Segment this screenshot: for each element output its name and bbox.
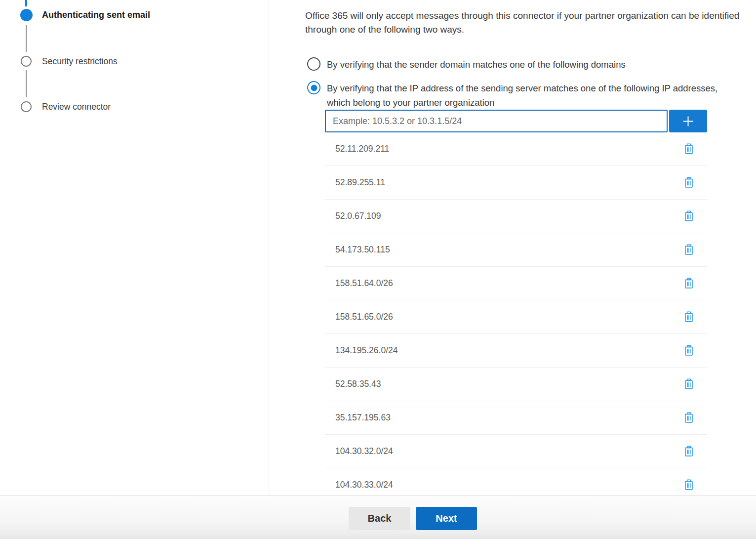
trash-icon (684, 378, 694, 390)
step-dot-active (20, 9, 33, 21)
trash-icon (684, 278, 694, 289)
ip-value: 104.30.33.0/24 (325, 480, 683, 490)
delete-ip-button[interactable] (683, 243, 695, 256)
ip-value: 52.11.209.211 (325, 144, 683, 154)
ip-list: 52.11.209.211 52.89.255.11 (325, 132, 707, 495)
delete-ip-button[interactable] (683, 209, 695, 223)
ip-value: 158.51.64.0/26 (325, 278, 683, 289)
stepper-connector (26, 25, 27, 52)
ip-value: 52.89.255.11 (325, 177, 683, 188)
delete-ip-button[interactable] (683, 176, 695, 189)
ip-value: 134.195.26.0/24 (325, 345, 683, 356)
step-dot-upcoming (21, 101, 32, 112)
stepper-item-review-connector[interactable]: Review connector (42, 102, 111, 112)
ip-list-row: 158.51.64.0/26 (325, 267, 707, 300)
stepper-connector-completed (25, 0, 27, 6)
ip-list-row: 52.89.255.11 (325, 166, 707, 200)
ip-list-row: 104.30.33.0/24 (325, 468, 707, 495)
intro-text: Office 365 will only accept messages thr… (305, 9, 752, 37)
delete-ip-button[interactable] (683, 277, 695, 290)
ip-list-row: 52.11.209.211 (325, 132, 707, 166)
ip-address-input[interactable] (325, 110, 668, 132)
radio-option-ip-address[interactable]: By verifying that the IP address of the … (307, 81, 728, 110)
delete-ip-button[interactable] (683, 445, 695, 458)
radio-unchecked-icon[interactable] (307, 57, 320, 71)
ip-value: 54.173.50.115 (325, 245, 683, 255)
ip-list-row: 158.51.65.0/26 (325, 300, 707, 334)
trash-icon (684, 345, 694, 356)
trash-icon (684, 446, 694, 457)
trash-icon (684, 244, 694, 255)
wizard-footer: Back Next (0, 495, 756, 539)
ip-add-row (325, 110, 707, 132)
back-button[interactable]: Back (349, 507, 410, 530)
delete-ip-button[interactable] (683, 142, 695, 156)
delete-ip-button[interactable] (683, 478, 695, 492)
delete-ip-button[interactable] (683, 310, 695, 324)
ip-value: 158.51.65.0/26 (325, 312, 683, 322)
ip-value: 52.0.67.109 (325, 211, 683, 221)
delete-ip-button[interactable] (683, 344, 695, 357)
radio-checked-icon[interactable] (307, 81, 320, 94)
delete-ip-button[interactable] (683, 411, 695, 424)
plus-icon (681, 115, 695, 128)
ip-value: 104.30.32.0/24 (325, 446, 683, 456)
ip-list-row: 35.157.195.63 (325, 401, 707, 435)
ip-list-row: 54.173.50.115 (325, 233, 707, 267)
step-dot-upcoming (21, 56, 32, 67)
trash-icon (684, 479, 694, 491)
radio-option-sender-domain[interactable]: By verifying that the sender domain matc… (307, 57, 626, 72)
next-button[interactable]: Next (416, 507, 477, 530)
stepper-item-security-restrictions[interactable]: Security restrictions (42, 56, 118, 67)
add-ip-button[interactable] (669, 110, 707, 132)
connector-wizard-content: Office 365 will only accept messages thr… (305, 0, 756, 495)
radio-option-label: By verifying that the IP address of the … (327, 81, 728, 110)
radio-option-label: By verifying that the sender domain matc… (327, 57, 626, 72)
trash-icon (684, 143, 694, 155)
ip-list-row: 52.0.67.109 (325, 200, 707, 233)
stepper-connector (26, 70, 27, 97)
trash-icon (684, 311, 694, 323)
wizard-stepper: Authenticating sent email Security restr… (0, 0, 269, 495)
trash-icon (684, 412, 694, 423)
trash-icon (684, 177, 694, 188)
trash-icon (684, 210, 694, 222)
ip-list-row: 104.30.32.0/24 (325, 435, 707, 468)
stepper-item-authenticating-sent-email[interactable]: Authenticating sent email (42, 10, 150, 20)
delete-ip-button[interactable] (683, 377, 695, 391)
ip-value: 35.157.195.63 (325, 413, 683, 423)
ip-list-row: 52.58.35.43 (325, 368, 707, 401)
ip-value: 52.58.35.43 (325, 379, 683, 389)
ip-list-row: 134.195.26.0/24 (325, 334, 707, 368)
